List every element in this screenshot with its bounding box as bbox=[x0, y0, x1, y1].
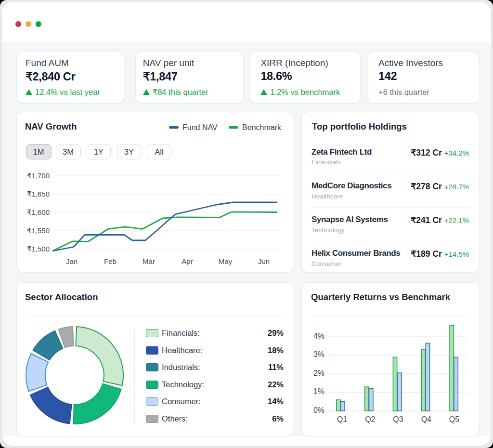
svg-text:4%: 4% bbox=[313, 332, 324, 340]
svg-text:Mar: Mar bbox=[143, 257, 155, 265]
svg-text:0%: 0% bbox=[313, 406, 324, 414]
svg-text:₹1,600: ₹1,600 bbox=[27, 208, 50, 216]
svg-text:1%: 1% bbox=[313, 387, 324, 395]
svg-text:Q1: Q1 bbox=[337, 415, 347, 423]
svg-text:Q4: Q4 bbox=[421, 415, 431, 423]
svg-text:May: May bbox=[219, 257, 233, 265]
svg-text:₹1,650: ₹1,650 bbox=[27, 190, 50, 198]
svg-text:₹1,700: ₹1,700 bbox=[27, 171, 50, 180]
svg-text:3%: 3% bbox=[313, 350, 324, 358]
svg-text:Jan: Jan bbox=[66, 257, 78, 265]
svg-text:Apr: Apr bbox=[182, 257, 193, 265]
svg-text:₹1,550: ₹1,550 bbox=[27, 226, 50, 235]
svg-text:2%: 2% bbox=[313, 369, 324, 377]
svg-text:Q2: Q2 bbox=[365, 415, 375, 423]
svg-text:Feb: Feb bbox=[104, 257, 117, 265]
svg-text:Q3: Q3 bbox=[393, 415, 403, 423]
svg-text:₹1,500: ₹1,500 bbox=[27, 245, 50, 253]
svg-text:Q5: Q5 bbox=[449, 415, 459, 423]
svg-text:Jun: Jun bbox=[258, 257, 270, 265]
